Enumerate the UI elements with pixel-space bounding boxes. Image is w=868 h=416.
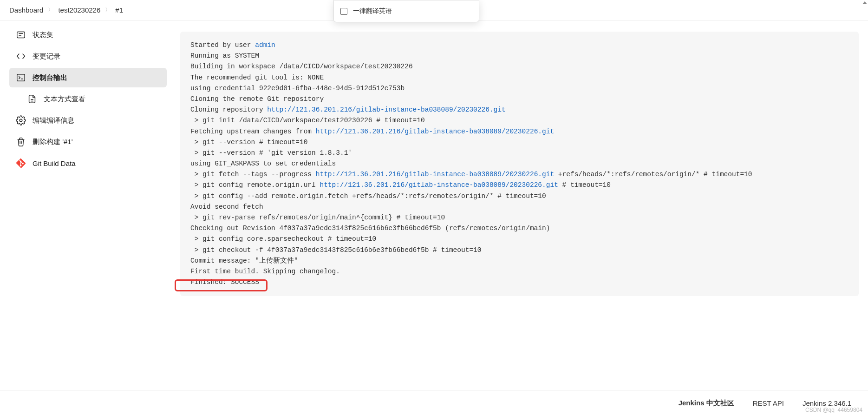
watermark: CSDN @qq_44659804 <box>805 407 862 413</box>
sidebar-item-delete-build[interactable]: 删除构建 '#1' <box>9 132 167 152</box>
console-link[interactable]: http://121.36.201.216/gitlab-instance-ba… <box>316 128 554 135</box>
changes-icon <box>16 51 26 61</box>
trash-icon <box>16 137 26 147</box>
console-link[interactable]: http://121.36.201.216/gitlab-instance-ba… <box>316 171 554 178</box>
console-link[interactable]: http://121.36.201.216/gitlab-instance-ba… <box>267 106 505 113</box>
status-icon <box>16 30 26 40</box>
chevron-right-icon: 〉 <box>47 6 54 14</box>
translate-popup: 一律翻译英语 <box>333 0 479 22</box>
checkbox-icon[interactable] <box>340 8 347 15</box>
footer-version: Jenkins 2.346.1 <box>803 399 851 407</box>
sidebar-item-label: 删除构建 '#1' <box>33 138 73 146</box>
sidebar-item-status[interactable]: 状态集 <box>9 25 167 45</box>
sidebar-item-label: Git Build Data <box>33 159 76 167</box>
sidebar-item-label: 变更记录 <box>33 52 60 61</box>
sidebar: 状态集 变更记录 控制台输出 文本方式查看 编辑编译信息 <box>0 20 176 390</box>
console-link[interactable]: admin <box>255 41 275 49</box>
main-content: Started by user admin Running as SYSTEM … <box>176 20 868 390</box>
terminal-icon <box>16 73 26 83</box>
footer-link-restapi[interactable]: REST API <box>753 399 784 407</box>
breadcrumb-project[interactable]: test20230226 <box>58 6 100 14</box>
footer-link-community[interactable]: Jenkins 中文社区 <box>679 399 734 408</box>
breadcrumb-build[interactable]: #1 <box>115 6 123 14</box>
breadcrumb-dashboard[interactable]: Dashboard <box>9 6 43 14</box>
console-link[interactable]: http://121.36.201.216/gitlab-instance-ba… <box>320 181 558 189</box>
gear-icon <box>16 115 26 125</box>
footer: Jenkins 中文社区 REST API Jenkins 2.346.1 <box>0 390 868 416</box>
translate-label[interactable]: 一律翻译英语 <box>353 7 392 15</box>
sidebar-item-label: 控制台输出 <box>33 73 67 82</box>
sidebar-item-label: 文本方式查看 <box>44 95 85 104</box>
console-output: Started by user admin Running as SYSTEM … <box>190 40 848 288</box>
svg-point-2 <box>20 119 22 122</box>
sidebar-item-console[interactable]: 控制台输出 <box>9 68 167 87</box>
chevron-right-icon: 〉 <box>104 6 111 14</box>
svg-rect-0 <box>17 32 25 38</box>
console-output-card: Started by user admin Running as SYSTEM … <box>180 32 859 296</box>
sidebar-item-label: 编辑编译信息 <box>33 116 74 125</box>
sidebar-item-edit-info[interactable]: 编辑编译信息 <box>9 111 167 130</box>
sidebar-item-label: 状态集 <box>33 31 53 40</box>
git-icon <box>16 158 26 168</box>
sidebar-item-changes[interactable]: 变更记录 <box>9 46 167 66</box>
sidebar-item-git-build-data[interactable]: Git Build Data <box>9 153 167 173</box>
text-icon <box>27 94 37 104</box>
svg-rect-1 <box>17 74 25 81</box>
scroll-up-icon[interactable] <box>861 0 868 6</box>
sidebar-item-textview[interactable]: 文本方式查看 <box>9 89 167 109</box>
